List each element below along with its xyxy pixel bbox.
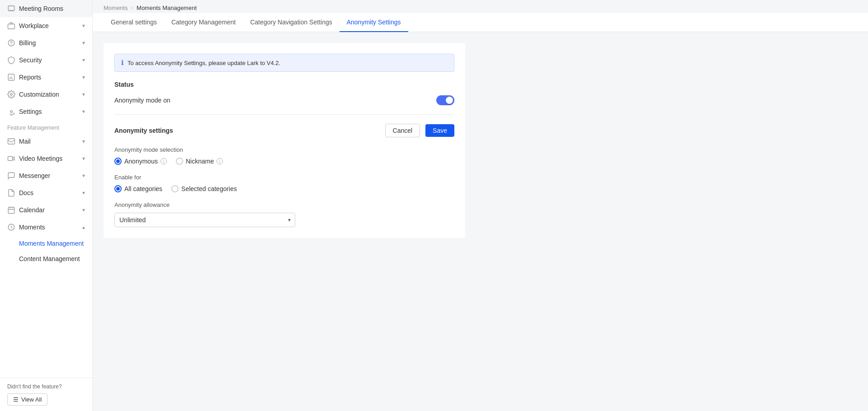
allowance-select[interactable]: Unlimited Limited <box>114 213 295 227</box>
sidebar-sub-item-moments-management[interactable]: Moments Management <box>0 236 92 251</box>
chevron-up-icon: ▴ <box>82 224 85 230</box>
sidebar-item-label: Docs <box>19 189 33 196</box>
chevron-down-icon: ▾ <box>82 23 85 29</box>
nickname-info-icon[interactable]: i <box>217 158 223 164</box>
radio-all-categories[interactable]: All categories <box>114 185 162 192</box>
main-content: Moments > Moments Management General set… <box>93 0 868 411</box>
anonymity-mode-label: Anonymity mode on <box>114 97 170 104</box>
save-button[interactable]: Save <box>425 124 454 137</box>
chevron-down-icon: ▾ <box>82 108 85 115</box>
chevron-down-icon: ▾ <box>82 138 85 145</box>
all-categories-label: All categories <box>124 185 162 192</box>
breadcrumb: Moments > Moments Management <box>93 0 868 11</box>
tab-category-nav[interactable]: Category Navigation Settings <box>243 13 339 32</box>
sidebar: Meeting Rooms Workplace ▾ Billing ▾ Secu… <box>0 0 93 411</box>
cancel-button[interactable]: Cancel <box>385 124 420 137</box>
sidebar-item-customization[interactable]: Customization ▾ <box>0 86 92 103</box>
sub-item-label: Moments Management <box>19 240 84 247</box>
video-meetings-icon <box>7 154 15 163</box>
anonymous-radio-circle[interactable] <box>114 158 122 165</box>
svg-rect-1 <box>8 24 15 29</box>
info-banner-text: To access Anonymity Settings, please upd… <box>127 60 280 66</box>
settings-panel: ℹ To access Anonymity Settings, please u… <box>104 43 465 238</box>
chevron-down-icon: ▾ <box>82 190 85 196</box>
selected-categories-radio-circle[interactable] <box>171 185 179 192</box>
customization-icon <box>7 90 15 98</box>
docs-icon <box>7 189 15 197</box>
chevron-down-icon: ▾ <box>82 155 85 162</box>
svg-rect-7 <box>8 157 13 161</box>
anonymity-settings-section: Anonymity settings Cancel Save Anonymity… <box>114 124 454 227</box>
content-area: ℹ To access Anonymity Settings, please u… <box>93 32 868 411</box>
messenger-icon <box>7 172 15 180</box>
sidebar-item-label: Settings <box>19 108 42 115</box>
sidebar-item-label: Billing <box>19 39 36 47</box>
sidebar-item-moments[interactable]: Moments ▴ <box>0 219 92 236</box>
billing-icon <box>7 39 15 47</box>
sidebar-item-mail[interactable]: Mail ▾ <box>0 133 92 150</box>
anonymous-label: Anonymous <box>124 158 158 165</box>
chevron-down-icon: ▾ <box>82 91 85 98</box>
enable-radio-group: All categories Selected categories <box>114 185 454 192</box>
svg-rect-8 <box>8 207 14 214</box>
view-all-label: View All <box>21 396 42 403</box>
breadcrumb-parent[interactable]: Moments <box>104 5 127 11</box>
feature-management-label: Feature Management <box>0 120 92 133</box>
sidebar-item-label: Messenger <box>19 172 50 179</box>
sidebar-item-settings[interactable]: Settings ▾ <box>0 103 92 120</box>
meeting-rooms-icon <box>7 5 15 13</box>
sidebar-item-security[interactable]: Security ▾ <box>0 51 92 69</box>
nickname-radio-circle[interactable] <box>176 158 183 165</box>
sidebar-item-label: Customization <box>19 91 59 98</box>
sidebar-item-reports[interactable]: Reports ▾ <box>0 69 92 86</box>
info-banner: ℹ To access Anonymity Settings, please u… <box>114 54 454 72</box>
chevron-down-icon: ▾ <box>82 173 85 179</box>
svg-point-5 <box>10 111 13 113</box>
sidebar-item-label: Security <box>19 56 42 64</box>
sidebar-item-label: Moments <box>19 224 45 231</box>
sidebar-item-messenger[interactable]: Messenger ▾ <box>0 167 92 184</box>
sub-item-label: Content Management <box>19 255 80 262</box>
nickname-label: Nickname <box>186 158 214 165</box>
chevron-down-icon: ▾ <box>82 207 85 213</box>
sidebar-item-meeting-rooms[interactable]: Meeting Rooms <box>0 0 92 17</box>
anonymous-info-icon[interactable]: i <box>160 158 167 164</box>
sidebar-item-billing[interactable]: Billing ▾ <box>0 34 92 51</box>
sidebar-item-label: Mail <box>19 138 31 145</box>
enable-for-label: Enable for <box>114 174 454 181</box>
anonymity-mode-toggle[interactable] <box>436 95 454 105</box>
sidebar-item-label: Video Meetings <box>19 155 62 162</box>
radio-nickname[interactable]: Nickname i <box>176 158 223 165</box>
status-row: Anonymity mode on <box>114 95 454 115</box>
sidebar-sub-item-content-management[interactable]: Content Management <box>0 251 92 266</box>
sidebar-item-label: Workplace <box>19 22 49 29</box>
sidebar-item-label: Meeting Rooms <box>19 5 63 12</box>
settings-icon <box>7 107 15 116</box>
radio-selected-categories[interactable]: Selected categories <box>171 185 237 192</box>
allowance-label: Anonymity allowance <box>114 201 454 208</box>
sidebar-item-label: Reports <box>19 74 41 81</box>
mail-icon <box>7 137 15 145</box>
list-icon: ☰ <box>13 396 19 403</box>
sidebar-item-workplace[interactable]: Workplace ▾ <box>0 17 92 34</box>
security-icon <box>7 56 15 64</box>
selected-categories-label: Selected categories <box>181 185 237 192</box>
radio-anonymous[interactable]: Anonymous i <box>114 158 167 165</box>
workplace-icon <box>7 22 15 30</box>
view-all-button[interactable]: ☰ View All <box>7 393 47 406</box>
tab-anonymity[interactable]: Anonymity Settings <box>340 13 408 32</box>
calendar-icon <box>7 206 15 214</box>
tabs-bar: General settings Category Management Cat… <box>93 13 868 32</box>
tab-general[interactable]: General settings <box>104 13 164 32</box>
sidebar-hint: Didn't find the feature? <box>7 383 85 390</box>
sidebar-item-calendar[interactable]: Calendar ▾ <box>0 201 92 219</box>
chevron-down-icon: ▾ <box>82 40 85 46</box>
sidebar-item-video-meetings[interactable]: Video Meetings ▾ <box>0 150 92 167</box>
breadcrumb-current: Moments Management <box>137 5 197 11</box>
status-title: Status <box>114 81 454 88</box>
svg-rect-0 <box>8 6 14 11</box>
all-categories-radio-circle[interactable] <box>114 185 122 192</box>
sidebar-item-docs[interactable]: Docs ▾ <box>0 184 92 201</box>
tab-category-management[interactable]: Category Management <box>164 13 243 32</box>
mode-radio-group: Anonymous i Nickname i <box>114 158 454 165</box>
